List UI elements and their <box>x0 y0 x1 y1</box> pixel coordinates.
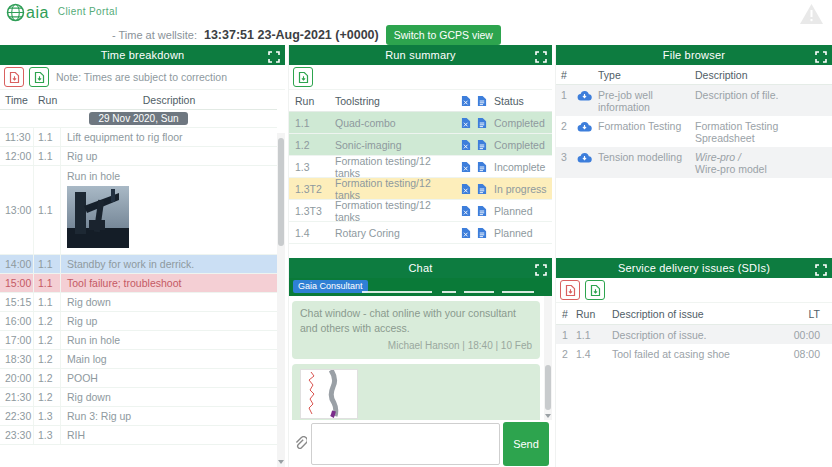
description-line-2: Wire-pro model <box>695 163 828 175</box>
pdf-export-icon[interactable] <box>560 280 580 300</box>
report-file-icon[interactable] <box>474 205 490 217</box>
table-row: 18:30 1.2 Main log <box>0 350 277 369</box>
chat-photo-well-log-image[interactable] <box>300 369 358 419</box>
run-summary-toolbar <box>289 65 552 90</box>
spreadsheet-file-icon[interactable] <box>458 139 474 151</box>
scroll-down-arrow-icon[interactable] <box>545 414 551 418</box>
time-cell: 15:15 <box>0 293 34 311</box>
report-file-icon[interactable] <box>474 227 490 239</box>
spreadsheet-file-icon[interactable] <box>458 183 474 195</box>
table-row: 13:00 1.1 Run in hole <box>0 166 277 255</box>
switch-gcps-view-button[interactable]: Switch to GCPS view <box>386 25 501 45</box>
table-row: 17:00 1.2 Run in hole <box>0 331 277 350</box>
panel-title: Service delivery issues (SDIs) <box>618 262 770 274</box>
warning-triangle-icon[interactable] <box>799 3 824 29</box>
time-cell: 17:00 <box>0 331 34 349</box>
num-cell: 1 <box>556 329 576 341</box>
excel-export-icon[interactable] <box>29 67 49 87</box>
run-cell: 1.3 <box>34 426 61 444</box>
status-cell: Completed <box>490 139 552 151</box>
spreadsheet-file-icon[interactable] <box>458 117 474 129</box>
chat-header: Chat <box>289 258 552 278</box>
lt-cell: 08:00 <box>784 348 832 360</box>
description-cell: Description of file. <box>695 89 832 101</box>
column-header-description: Description of issue <box>612 308 784 320</box>
consultant-badge: Gaia Consultant <box>293 280 368 293</box>
spreadsheet-file-icon[interactable] <box>458 161 474 173</box>
cloud-download-icon[interactable] <box>572 120 596 132</box>
top-bar: aia Client Portal - Time at wellsite: 13… <box>0 0 832 45</box>
cloud-download-icon[interactable] <box>572 89 596 101</box>
vertical-scrollbar[interactable] <box>544 296 552 420</box>
description-cell: RIH <box>61 429 277 441</box>
status-cell: In progress <box>490 183 552 195</box>
sdi-panel: Service delivery issues (SDIs) # Run Des… <box>555 258 832 467</box>
table-row: 1 Pre-job well information Description o… <box>556 85 832 116</box>
pdf-export-icon[interactable] <box>4 67 24 87</box>
num-cell: 2 <box>556 120 572 132</box>
send-button[interactable]: Send <box>503 422 549 466</box>
run-cell: 1.3T3 <box>289 205 335 217</box>
num-cell: 2 <box>556 348 576 360</box>
column-header-toolstring: Toolstring <box>335 95 458 107</box>
description-cell: Standby for work in derrick. <box>61 258 277 270</box>
chat-message-input[interactable] <box>311 423 500 465</box>
spreadsheet-file-icon[interactable] <box>458 227 474 239</box>
column-header-description: Description <box>61 94 277 106</box>
run-cell: 1.2 <box>34 312 61 330</box>
description-cell: Rig up <box>61 315 277 327</box>
vertical-scrollbar[interactable] <box>277 133 285 467</box>
type-cell: Tension modelling <box>596 151 695 163</box>
table-row: 1.3 Formation testing/12 tanks Incomplet… <box>289 156 552 178</box>
report-file-icon[interactable] <box>474 95 490 107</box>
spreadsheet-file-icon[interactable] <box>458 205 474 217</box>
run-cell: 1.2 <box>34 350 61 368</box>
table-row: 20:00 1.2 POOH <box>0 369 277 388</box>
sdi-column-headers: # Run Description of issue LT <box>556 303 832 325</box>
table-row: 1.3T2 Formation testing/12 tanks In prog… <box>289 178 552 200</box>
excel-export-icon[interactable] <box>585 280 605 300</box>
time-cell: 16:00 <box>0 312 34 330</box>
description-cell: Rig down <box>61 296 277 308</box>
run-cell: 1.2 <box>289 139 335 151</box>
fullscreen-expand-icon[interactable] <box>535 262 547 274</box>
file-browser-panel: File browser # Type Description 1 Pre-jo… <box>555 45 832 258</box>
run-cell: 1.3 <box>289 161 335 173</box>
paperclip-icon[interactable] <box>289 436 311 451</box>
run-cell: 1.1 <box>34 128 61 146</box>
table-row: 23:30 1.3 RIH <box>0 426 277 445</box>
scrollbar-thumb[interactable] <box>545 365 551 410</box>
fullscreen-expand-icon[interactable] <box>815 49 827 61</box>
column-header-num: # <box>556 69 572 81</box>
description-cell: Wire-pro / Wire-pro model <box>695 151 832 175</box>
report-file-icon[interactable] <box>474 139 490 151</box>
run-cell: 1.1 <box>289 117 335 129</box>
date-badge: 29 Nov 2020, Sun <box>89 112 187 125</box>
excel-export-icon[interactable] <box>293 67 313 87</box>
chat-message-list: Chat window - chat online with your cons… <box>289 296 544 420</box>
time-cell: 21:30 <box>0 388 34 406</box>
fullscreen-expand-icon[interactable] <box>535 49 547 61</box>
scrollbar-thumb[interactable] <box>278 138 284 246</box>
status-cell: Incomplete <box>490 161 552 173</box>
scroll-down-arrow-icon[interactable] <box>278 460 284 464</box>
column-header-status: Status <box>490 95 552 107</box>
toolstring-cell: Formation testing/12 tanks <box>335 155 458 179</box>
fullscreen-expand-icon[interactable] <box>815 262 827 274</box>
report-file-icon[interactable] <box>474 161 490 173</box>
description-cell: POOH <box>61 372 277 384</box>
panel-title: File browser <box>663 49 725 61</box>
description-cell: Tool failed at casing shoe <box>612 348 784 360</box>
spreadsheet-file-icon[interactable] <box>458 95 474 107</box>
table-row: 12:00 1.1 Rig up <box>0 147 277 166</box>
globe-icon <box>6 3 25 26</box>
time-cell: 23:30 <box>0 426 34 444</box>
description-cell: Description of issue. <box>612 329 784 341</box>
cloud-download-icon[interactable] <box>572 151 596 163</box>
run-summary-panel: Run summary Run Toolstring Status 1.1 Qu… <box>288 45 552 258</box>
report-file-icon[interactable] <box>474 183 490 195</box>
report-file-icon[interactable] <box>474 117 490 129</box>
fullscreen-expand-icon[interactable] <box>268 49 280 61</box>
lt-cell: 00:00 <box>784 329 832 341</box>
table-row: 16:00 1.2 Rig up <box>0 312 277 331</box>
